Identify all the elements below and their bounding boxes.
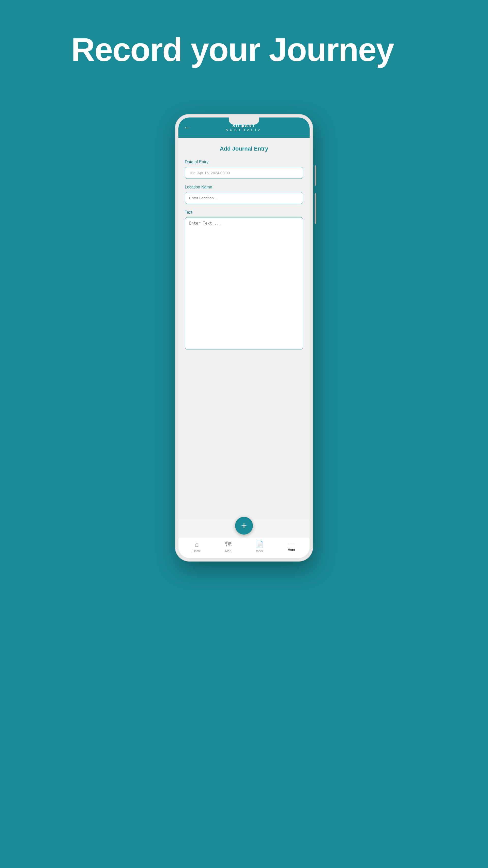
phone-mockup: ← SIL◈ART AUSTRALIA Add Journal Entry Da… [175, 115, 313, 572]
app-logo: SIL◈ART AUSTRALIA [226, 124, 262, 132]
home-icon: ⌂ [195, 540, 199, 548]
phone-side-button [315, 165, 316, 186]
app-logo-subtitle: AUSTRALIA [226, 128, 262, 132]
nav-label-more: More [288, 548, 295, 552]
phone-frame: ← SIL◈ART AUSTRALIA Add Journal Entry Da… [175, 115, 313, 561]
nav-item-index[interactable]: 📄 Index [251, 540, 269, 553]
date-field-group: Date of Entry [185, 160, 303, 179]
nav-item-home[interactable]: ⌂ Home [188, 540, 206, 553]
form-title: Add Journal Entry [185, 146, 303, 152]
nav-label-home: Home [193, 549, 201, 553]
nav-label-map: Map [225, 549, 231, 553]
map-icon: 🗺 [225, 540, 232, 548]
nav-item-map[interactable]: 🗺 Map [219, 540, 237, 553]
date-input[interactable] [185, 167, 303, 179]
app-content: Add Journal Entry Date of Entry Location… [178, 138, 310, 519]
fab-container: + [178, 517, 310, 535]
back-button[interactable]: ← [184, 124, 191, 132]
nav-item-more[interactable]: ··· More [282, 540, 300, 552]
text-input[interactable] [185, 217, 303, 349]
phone-side-button-2 [315, 193, 316, 224]
bottom-nav: ⌂ Home 🗺 Map 📄 Index ··· More [178, 537, 310, 558]
location-label: Location Name [185, 185, 303, 189]
location-input[interactable] [185, 192, 303, 204]
text-field-group: Text [185, 210, 303, 350]
page-title: Record your Journey [0, 31, 488, 69]
nav-label-index: Index [256, 549, 263, 553]
add-entry-button[interactable]: + [235, 517, 253, 535]
index-icon: 📄 [256, 540, 264, 548]
text-label: Text [185, 210, 303, 215]
date-label: Date of Entry [185, 160, 303, 164]
location-field-group: Location Name [185, 185, 303, 204]
phone-notch [229, 118, 259, 125]
more-icon: ··· [288, 540, 294, 547]
